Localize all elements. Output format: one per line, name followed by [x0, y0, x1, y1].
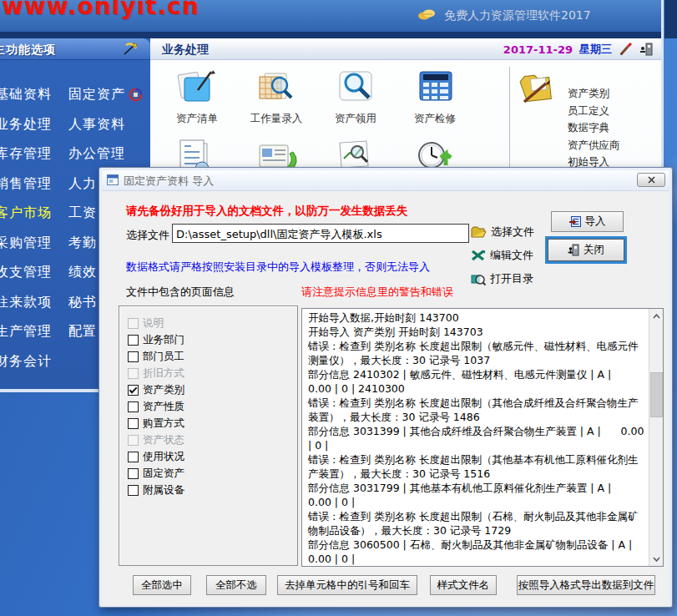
checkbox-dept-employee[interactable] [128, 351, 139, 362]
checkbox-attached-equipment[interactable] [128, 485, 139, 496]
checkbox-fixed-asset[interactable] [128, 468, 139, 479]
toolbar-workload-entry[interactable]: 工作量录入 [238, 70, 315, 126]
folder-icon [471, 226, 487, 238]
open-dir-icon [471, 273, 486, 285]
sidebar-item-office[interactable]: 办公管理 [68, 139, 143, 169]
sidebar-item-hr-data[interactable]: 人事资料 [68, 110, 143, 140]
checkbox-remark [128, 318, 139, 329]
sheet-depreciation: 折旧方式 [128, 365, 297, 381]
file-label: 选择文件 [126, 228, 169, 243]
checkbox-usage-status[interactable] [128, 452, 139, 462]
link-asset-category[interactable]: 资产类别 [568, 87, 620, 104]
current-date: 2017-11-29 [503, 43, 573, 56]
import-icon [569, 216, 581, 227]
grid-magnifier-icon [238, 70, 315, 110]
close-button-focus-ring: 关闭 [545, 236, 627, 264]
top-divider-strip [0, 32, 661, 38]
log-scrollbar[interactable] [649, 309, 663, 566]
toolbar-asset-list[interactable]: 资产清单 [159, 70, 235, 126]
import-log-text: 开始导入数据,开始时刻 143700 开始导入 资产类别 开始时刻 143703… [302, 309, 649, 566]
link-data-dictionary[interactable]: 数据字典 [568, 121, 620, 139]
sheet-asset-nature[interactable]: 资产性质 [128, 398, 297, 415]
sidebar-item-customer-market[interactable]: 客户市场 [0, 199, 52, 229]
sheet-checkbox-panel: 说明 业务部门 部门员工 折旧方式 资产类别 资产性质 购置方式 资产状态 使用… [119, 305, 298, 566]
dialog-titlebar[interactable]: 固定资产资料 导入 [102, 170, 669, 190]
link-asset-supplier[interactable]: 资产供应商 [568, 139, 620, 156]
sidebar-item-production[interactable]: 生产管理 [0, 317, 52, 347]
door-exit-icon [568, 244, 579, 256]
sheet-purchase-method[interactable]: 购置方式 [128, 415, 297, 432]
page-title: 业务处理 [162, 43, 209, 58]
sidebar-item-business[interactable]: 业务处理 [0, 110, 52, 140]
checkbox-asset-category[interactable] [128, 385, 139, 396]
brand-url: www.onlyit.cn [2, 0, 200, 20]
file-path-input[interactable]: D:\asset_setup\dll\固定资产导入模板.xls [172, 224, 469, 243]
sidebar-item-base-data[interactable]: 基础资料 [0, 80, 52, 110]
exit-icon[interactable] [639, 42, 653, 57]
pencil-icon[interactable] [619, 43, 633, 56]
edit-file-link[interactable]: 编辑文件 [471, 248, 533, 263]
bow-arrow-icon[interactable] [123, 42, 139, 57]
dialog-window-icon [107, 174, 119, 185]
sidebar-item-fixed-assets[interactable]: 固定资产 [68, 80, 143, 110]
checkbox-purchase-method[interactable] [128, 418, 139, 429]
scroll-up-icon[interactable] [649, 309, 664, 323]
strip-quotes-button[interactable]: 去掉单元格中的引号和回车 [277, 575, 417, 595]
toolbar-asset-requisition[interactable]: 资产领用 [317, 70, 394, 126]
desktop-dark-corner [664, 0, 677, 38]
checkbox-depreciation [128, 368, 139, 379]
handshake-icon [417, 8, 436, 21]
select-all-button[interactable]: 全部选中 [133, 575, 191, 595]
app-top-banner: www.onlyit.cn 免费人力资源管理软件2017 [0, 0, 661, 32]
sheet-attached-equipment[interactable]: 附属设备 [128, 482, 297, 498]
sidebar-item-accounts[interactable]: 往来款项 [0, 288, 52, 318]
screen: www.onlyit.cn 免费人力资源管理软件2017 主功能选项 基础资料 … [0, 0, 677, 616]
toolbar-asset-maintenance[interactable]: 资产检修 [397, 70, 473, 126]
dialog-title: 固定资产资料 导入 [124, 174, 214, 189]
dialog-close-button[interactable]: 关闭 [548, 239, 624, 261]
backup-warning-text: 请先备份好用于导入的文档文件，以防万一发生数据丢失 [126, 204, 408, 219]
note-pen-icon [159, 70, 235, 110]
quick-links: 资产类别 员工定义 数据字典 资产供应商 初始导入 [568, 87, 620, 173]
checkbox-asset-status [128, 435, 139, 446]
folder-pen-icon [518, 70, 558, 109]
import-button[interactable]: 导入 [551, 211, 624, 232]
excel-icon [471, 250, 486, 261]
sidebar-item-sales[interactable]: 销售管理 [0, 169, 52, 199]
sheet-business-dept[interactable]: 业务部门 [128, 331, 297, 348]
sheet-remark: 说明 [128, 315, 297, 331]
sidebar-item-inventory[interactable]: 库存管理 [0, 139, 52, 169]
log-section-label: 请注意提示信息里的警告和错误 [301, 285, 453, 300]
checkbox-business-dept[interactable] [128, 335, 139, 346]
record-circle-icon [129, 88, 143, 102]
sheet-usage-status[interactable]: 使用状况 [128, 448, 297, 465]
current-weekday: 星期三 [579, 42, 612, 57]
import-dialog: 固定资产资料 导入 请先备份好用于导入的文档文件，以防万一发生数据丢失 选择文件… [99, 167, 673, 608]
choose-file-link[interactable]: 选择文件 [471, 225, 534, 240]
dialog-body: 请先备份好用于导入的文档文件，以防万一发生数据丢失 选择文件 D:\asset_… [102, 190, 669, 606]
scroll-down-icon[interactable] [649, 552, 664, 566]
sheet-dept-employee[interactable]: 部门员工 [128, 348, 297, 365]
sheet-asset-status: 资产状态 [128, 432, 297, 448]
magnifier-icon [317, 70, 394, 110]
open-directory-link[interactable]: 打开目录 [471, 271, 533, 286]
link-employee-definition[interactable]: 员工定义 [568, 104, 620, 122]
sheet-asset-category[interactable]: 资产类别 [128, 381, 297, 398]
export-by-format-button[interactable]: 按照导入格式导出数据到文件 [517, 575, 655, 595]
sidebar-item-income-expense[interactable]: 收支管理 [0, 258, 52, 288]
calculator-icon [397, 70, 473, 110]
sheets-section-label: 文件中包含的页面信息 [126, 285, 235, 300]
format-note-text: 数据格式请严格按照安装目录中的导入模板整理，否则无法导入 [126, 260, 430, 275]
sidebar-item-purchasing[interactable]: 采购管理 [0, 229, 52, 259]
close-icon[interactable] [637, 173, 665, 187]
main-panel-header: 业务处理 2017-11-29 星期三 [150, 38, 661, 60]
style-filename-button[interactable]: 样式文件名 [430, 575, 497, 595]
sheet-fixed-asset[interactable]: 固定资产 [128, 465, 297, 482]
checkbox-asset-nature[interactable] [128, 401, 139, 412]
import-log-panel: 开始导入数据,开始时刻 143700 开始导入 资产类别 开始时刻 143703… [301, 308, 664, 567]
app-tagline: 免费人力资源管理软件2017 [444, 8, 591, 23]
sidebar-item-finance[interactable]: 财务会计 [0, 347, 52, 377]
scrollbar-thumb[interactable] [650, 372, 663, 417]
deselect-all-button[interactable]: 全部不选 [206, 575, 266, 595]
sidebar-header: 主功能选项 [0, 38, 150, 60]
